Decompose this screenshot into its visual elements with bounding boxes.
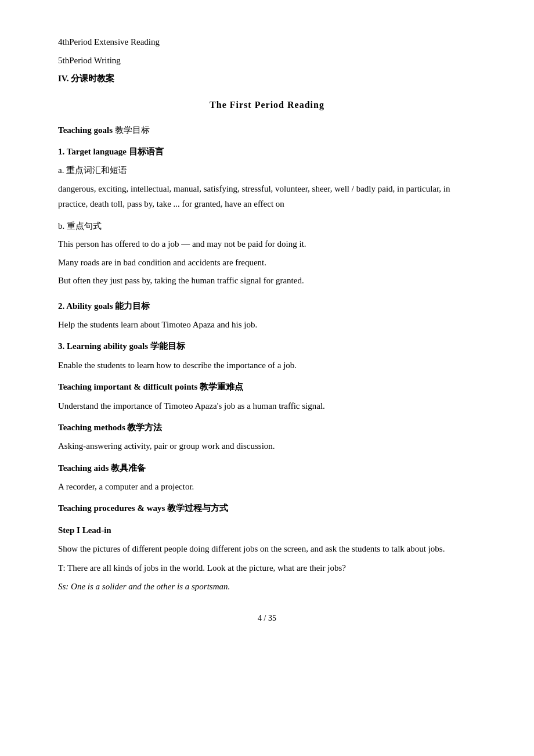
ability-goals-text: Help the students learn about Timoteo Ap… [58,317,476,332]
section-iv-label: IV. 分课时教案 [58,74,114,83]
centered-title: The First Period Reading [58,97,476,113]
teaching-goals-line: Teaching goals 教学目标 [58,123,476,138]
intro-line-2: 5thPeriod Writing [58,53,476,69]
learning-goals-text: Enable the students to learn how to desc… [58,358,476,373]
step-i-heading: Step I Lead-in [58,523,476,538]
teaching-aids-text: A recorder, a computer and a projector. [58,479,476,494]
sentence-1: This person has offered to do a job — an… [58,237,476,252]
teaching-important-text: Understand the importance of Timoteo Apa… [58,398,476,413]
teaching-methods-text: Asking-answering activity, pair or group… [58,438,476,453]
sentence-2: Many roads are in bad condition and acci… [58,255,476,271]
learning-goals-heading: 3. Learning ability goals 学能目标 [58,339,476,354]
step-i-para3: Ss: One is a solider and the other is a … [58,579,476,594]
vocab-text: dangerous, exciting, intellectual, manua… [58,181,476,212]
teaching-important-heading: Teaching important & difficult points 教学… [58,380,476,395]
step-i-para1: Show the pictures of different people do… [58,541,476,556]
section-iv: IV. 分课时教案 [58,71,476,87]
teaching-aids-heading: Teaching aids 教具准备 [58,461,476,476]
teaching-procedures-heading: Teaching procedures & ways 教学过程与方式 [58,501,476,516]
target-language-heading: 1. Target language 目标语言 [58,145,476,160]
sub-a-heading: a. 重点词汇和短语 [58,163,476,178]
page-content: 4thPeriod Extensive Reading 5thPeriod Wr… [58,35,476,625]
intro-line-1: 4thPeriod Extensive Reading [58,35,476,50]
sentence-3: But often they just pass by, taking the … [58,273,476,289]
ability-goals-heading: 2. Ability goals 能力目标 [58,299,476,314]
step-i-para2: T: There are all kinds of jobs in the wo… [58,560,476,575]
page-number: 4 / 35 [58,611,476,625]
sub-b-heading: b. 重点句式 [58,219,476,234]
teaching-methods-heading: Teaching methods 教学方法 [58,420,476,435]
